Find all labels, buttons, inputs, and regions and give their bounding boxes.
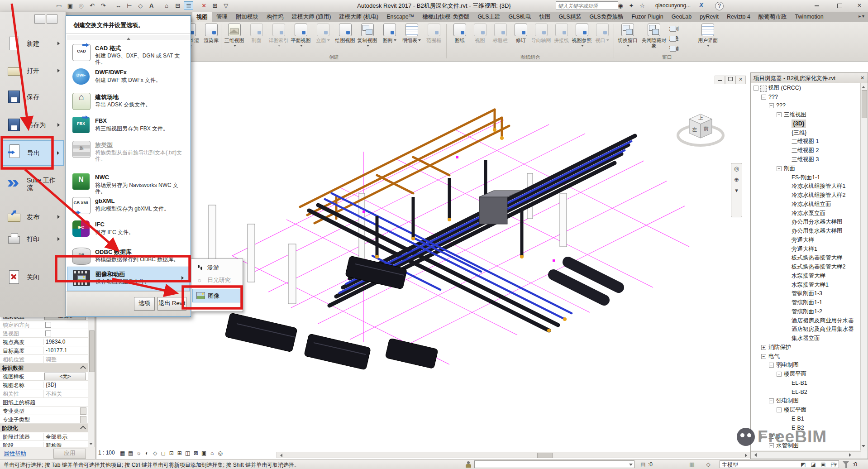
tree-item[interactable]: EL-B1 xyxy=(751,379,862,388)
save-icon[interactable]: ▣ xyxy=(65,1,75,10)
legend-button[interactable]: 图例 xyxy=(379,23,400,55)
thin-lines-icon[interactable]: ☰ xyxy=(184,1,193,10)
detail-level-icon[interactable]: ▦ xyxy=(119,450,127,457)
select-links-icon[interactable]: ◩ xyxy=(799,461,807,468)
unlock-view-icon[interactable]: ⊞ xyxy=(176,450,184,457)
close-hidden-button[interactable]: 关闭隐藏对象 xyxy=(640,23,668,55)
3d-view-button[interactable]: 三维视图 xyxy=(224,23,245,55)
tree-item[interactable]: −剖面 xyxy=(751,164,862,173)
menu-item-export[interactable]: 导出 xyxy=(1,140,64,166)
tree-item[interactable]: −楼层平面 xyxy=(751,370,862,378)
export-ifc[interactable]: IFCIFC保存 IFC 文件。 xyxy=(67,218,190,245)
callout-button[interactable]: 详图索引 xyxy=(268,23,289,55)
locked-orientation-checkbox[interactable] xyxy=(45,322,51,328)
sub-discipline-ellipsis-button[interactable] xyxy=(80,416,86,423)
popup-item-solar-study[interactable]: ☼日光研究 xyxy=(192,274,242,287)
scroll-up-icon[interactable] xyxy=(67,35,190,40)
zoom-icon[interactable]: ⊕ xyxy=(731,174,742,185)
discipline-ellipsis-button[interactable] xyxy=(80,407,86,415)
select-pinned-icon[interactable]: ▣ xyxy=(819,461,827,468)
replicate-button[interactable]: 复制 xyxy=(669,24,696,33)
menu-item-close[interactable]: 关闭 xyxy=(1,267,64,288)
tree-item[interactable]: +消防保护 xyxy=(751,343,862,352)
browser-close-icon[interactable]: ✕ xyxy=(859,75,866,81)
popup-item-walkthrough[interactable]: 漫游 xyxy=(192,261,242,274)
tab-quick-draw[interactable]: 快图 xyxy=(535,12,554,22)
tree-item[interactable]: 水泵接管大样1 xyxy=(751,281,862,289)
cascade-button[interactable]: 层叠 xyxy=(669,34,696,43)
tree-item[interactable]: {三维} xyxy=(751,129,862,137)
tree-expander[interactable]: − xyxy=(777,372,782,377)
open-icon[interactable]: ▭ xyxy=(54,1,64,10)
tree-item[interactable]: 冷冻水泵立面 xyxy=(751,209,862,218)
user-interface-button[interactable]: 用户界面 xyxy=(697,23,719,55)
browser-v-scrollbar[interactable] xyxy=(860,83,867,450)
tab-view[interactable]: 视图 xyxy=(192,12,212,22)
export-odbc[interactable]: DBODBC 数据库将模型数据保存到 ODBC 数据库。 xyxy=(67,245,190,267)
apply-button[interactable]: 应用 xyxy=(53,449,86,459)
tree-item[interactable]: 冷冻水机组立面 xyxy=(751,200,862,209)
tree-item[interactable]: −三维视图 xyxy=(751,110,862,119)
viewcube[interactable]: 上 左 前 xyxy=(676,105,725,155)
properties-help-link[interactable]: 属性帮助 xyxy=(4,450,26,458)
tab-gls-finish[interactable]: GLS精装 xyxy=(554,12,585,22)
tree-item[interactable]: 板式换热器接管大样2 xyxy=(751,263,862,271)
tree-expander[interactable]: − xyxy=(769,103,774,108)
scroll-right-icon[interactable] xyxy=(745,454,749,457)
menu-item-new[interactable]: 新建 xyxy=(1,33,64,55)
analytical-model-icon[interactable]: ⌂ xyxy=(208,450,216,457)
tree-item[interactable]: −??? xyxy=(751,101,862,110)
export-dwf[interactable]: DWFDWF/DWFx创建 DWF 或 DWFx 文件。 xyxy=(67,66,190,89)
editing-requests-icon[interactable] xyxy=(465,461,472,468)
schedule-button[interactable]: 明细表 xyxy=(401,23,422,55)
close-inactive-views-icon[interactable]: ✕ xyxy=(199,1,209,10)
measure-icon[interactable]: ↔ xyxy=(114,1,123,10)
tree-item[interactable]: {3D} xyxy=(751,120,862,128)
tab-modeling-master-general[interactable]: 建模大师 (通用) xyxy=(288,12,335,22)
menu-item-save-as[interactable]: 另存为 xyxy=(1,115,64,136)
export-fbx[interactable]: FBXFBX将三维视图另存为 FBX 文件。 xyxy=(67,114,190,138)
tab-modeling-master-mep[interactable]: 建模大师 (机电) xyxy=(335,12,382,22)
design-options-icon[interactable]: ▥ xyxy=(688,461,696,468)
tab-twinmotion[interactable]: Twinmotion xyxy=(791,12,827,22)
tree-item[interactable]: E-B1 xyxy=(751,415,862,423)
tab-pyrevit[interactable]: pyRevit xyxy=(696,12,723,22)
render-gallery-button[interactable]: 渲染库 xyxy=(200,23,222,55)
scroll-left-icon[interactable] xyxy=(278,454,282,457)
tab-enscape[interactable]: Enscape™ xyxy=(382,12,418,22)
undo-icon[interactable]: ↶ xyxy=(87,1,97,10)
view-close-icon[interactable]: ✕ xyxy=(735,76,746,84)
tree-item[interactable]: −弱电制图 xyxy=(751,361,862,369)
close-button[interactable]: ✕ xyxy=(853,2,866,10)
scroll-down-icon[interactable] xyxy=(862,445,865,449)
export-nwc[interactable]: NNWC将场景另存为 Navisworks NWC 文件。 xyxy=(67,171,190,194)
tree-item[interactable]: 三维视图 2 xyxy=(751,146,862,155)
search-icon[interactable]: ◉ xyxy=(615,1,625,10)
ribbon-minimize-icon[interactable]: ▸ ▾ xyxy=(858,14,864,19)
tab-suanputao[interactable]: 酸葡萄市政 xyxy=(754,12,791,22)
constraints-icon[interactable]: ◎ xyxy=(216,450,224,457)
tab-gls-structure[interactable]: GLS土建 xyxy=(473,12,504,22)
tag-icon[interactable]: ◇ xyxy=(136,1,145,10)
canvas-h-scrollbar[interactable] xyxy=(277,452,751,458)
tree-item[interactable]: −??? xyxy=(751,93,862,101)
tree-item[interactable]: 办公用集水器大样图 xyxy=(751,227,862,235)
help-icon[interactable]: ? xyxy=(715,2,724,10)
tree-expander[interactable]: − xyxy=(761,95,766,100)
tree-item[interactable]: 办公用分水器大样图 xyxy=(751,218,862,226)
text-icon[interactable]: A xyxy=(147,1,156,10)
view-reference-button[interactable]: 视图参照 xyxy=(571,23,592,55)
shadows-icon[interactable]: ◐ xyxy=(143,450,151,457)
scroll-up-icon[interactable] xyxy=(862,84,865,88)
tree-item[interactable]: 冷冻水机组接管大样1 xyxy=(751,182,862,191)
filter-icon[interactable] xyxy=(843,461,849,468)
tab-glsmountain[interactable]: 橄榄山快模-免费版 xyxy=(418,12,473,22)
scope-box-button[interactable]: 范围框 xyxy=(423,23,444,55)
recent-documents-icon[interactable] xyxy=(34,14,45,24)
view-template-button[interactable]: <无> xyxy=(44,373,86,380)
tab-component-dock[interactable]: 构件坞 xyxy=(262,12,288,22)
viewport-button[interactable]: 视口 xyxy=(591,23,613,55)
section-icon[interactable]: ⊟ xyxy=(173,1,182,10)
menu-item-save[interactable]: 保存 xyxy=(1,86,64,108)
drafting-view-button[interactable]: 绘图视图 xyxy=(334,23,356,55)
